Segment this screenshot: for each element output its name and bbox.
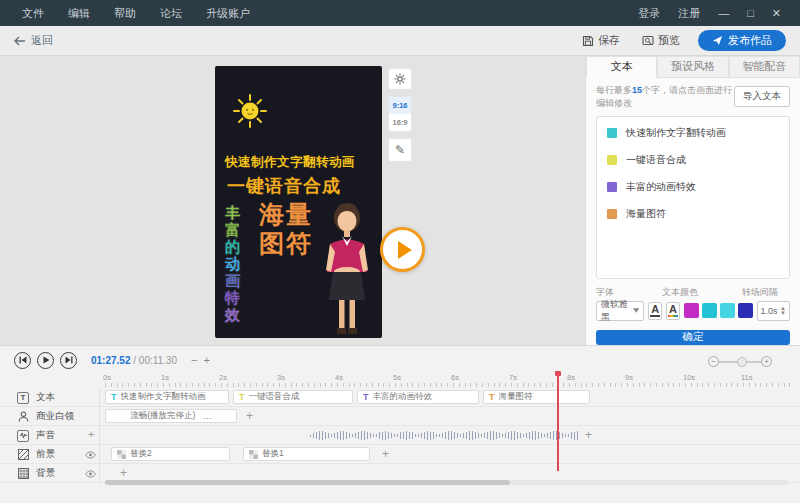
add-audio-label-button[interactable]: + [88,428,94,440]
skip-back-button[interactable] [14,352,31,369]
zoom-slider-track[interactable] [719,361,761,363]
skip-forward-button[interactable] [60,352,77,369]
ruler-tick-label: 2s [219,373,227,382]
timeline-zoom-buttons[interactable]: −+ [191,354,216,366]
visibility-eye-icon[interactable] [84,468,96,480]
skip-forward-icon [65,356,73,364]
color-swatch[interactable] [702,303,717,318]
color-swatch[interactable] [738,303,753,318]
vertical-char: 效 [225,306,243,323]
foreground-block[interactable]: 替换1 [243,447,370,461]
letter-a: A [669,304,677,314]
zoom-in-icon[interactable]: + [203,354,215,366]
publish-button[interactable]: 发布作品 [698,30,786,51]
aspect-ratio-16-9[interactable]: 16:9 [389,114,411,131]
block-label: 快速制作文字翻转动画 [121,391,206,403]
line-limit-hint: 每行最多15个字，请点击画面进行编辑修改 [596,84,734,110]
track-name: 商业白领 [36,410,74,423]
playhead[interactable] [557,374,559,471]
color-swatches [684,303,753,318]
play-button[interactable] [37,352,54,369]
timeline-text-block[interactable]: T一键语音合成 [233,390,353,404]
menu-item-论坛[interactable]: 论坛 [148,6,194,21]
text-line-item[interactable]: 一键语音合成 [607,153,779,167]
color-swatch[interactable] [720,303,735,318]
menu-item-文件[interactable]: 文件 [10,6,56,21]
close-button[interactable]: ✕ [763,7,790,20]
menu-item-帮助[interactable]: 帮助 [102,6,148,21]
scrollbar-handle[interactable] [105,480,510,485]
timeline-text-block[interactable]: T海量图符 [483,390,590,404]
color-swatch[interactable] [684,303,699,318]
font-select[interactable]: 微软雅黑 [596,301,644,321]
more-icon[interactable]: … [203,411,212,421]
track-label-audio: 声音 + [0,426,100,445]
track-row-character: 商业白领 流畅(播放完停止)…+ [0,407,800,426]
text-panel: 文本预设风格智能配音 每行最多15个字，请点击画面进行编辑修改 导入文本 快速制… [585,57,800,345]
block-color-marker: T [489,392,495,402]
aspect-ratio-9-16[interactable]: 9:16 [389,97,411,114]
horizontal-scrollbar[interactable] [105,480,788,485]
skip-back-icon [19,356,27,364]
back-button[interactable]: 返回 [14,33,53,48]
add-audio-button[interactable]: + [585,428,592,442]
timeline-ruler[interactable]: 0s1s2s3s4s5s6s7s8s9s10s11s [105,373,790,387]
track-name: 背景 [36,467,55,480]
import-text-button[interactable]: 导入文本 [734,86,790,107]
menu-item-升级账户[interactable]: 升级账户 [194,6,262,21]
text-line-item[interactable]: 丰富的动画特效 [607,180,779,194]
track-content-foreground: 替换2替换1+ [105,445,800,464]
transition-gap-stepper[interactable]: 1.0s ▲▼ [757,301,790,321]
register-link[interactable]: 注册 [669,6,709,21]
text-lines-listbox[interactable]: 快速制作文字翻转动画一键语音合成丰富的动画特效海量图符 [596,116,790,279]
text-line-item[interactable]: 海量图符 [607,207,779,221]
zoom-out-icon[interactable]: − [191,354,203,366]
add-background-button[interactable]: + [120,466,127,480]
line-text: 丰富的动画特效 [626,180,696,194]
zoom-in-circle-icon[interactable]: + [761,356,772,367]
avatar-action-block[interactable]: 流畅(播放完停止)… [105,409,237,423]
menu-item-编辑[interactable]: 编辑 [56,6,102,21]
track-row-text: T 文本 T快速制作文字翻转动画T一键语音合成T丰富的动画特效T海量图符 [0,388,800,407]
text-color-gradient-button[interactable]: A [666,302,680,320]
vertical-char: 丰 [225,204,243,221]
hint-count: 15 [632,85,642,95]
confirm-button[interactable]: 确定 [596,330,790,345]
timeline-text-block[interactable]: T丰富的动画特效 [357,390,479,404]
canvas-settings-button[interactable] [388,68,412,90]
track-name: 文本 [36,391,55,404]
tab-文本[interactable]: 文本 [586,57,657,78]
audio-waveform[interactable] [310,431,580,440]
pencil-icon: ✎ [395,143,405,157]
text-color-solid-button[interactable]: A [648,302,662,320]
track-row-audio: 声音 + + [0,426,800,445]
hint-pre: 每行最多 [596,85,632,95]
ruler-tick-label: 1s [161,373,169,382]
save-button[interactable]: 保存 [582,33,620,48]
zoom-slider-handle[interactable] [737,357,747,367]
visibility-eye-icon[interactable] [84,449,96,461]
ruler-tick-label: 0s [103,373,111,382]
play-icon [398,241,412,259]
timeline-text-block[interactable]: T快速制作文字翻转动画 [105,390,229,404]
canvas-edit-button[interactable]: ✎ [388,138,412,162]
letter-a: A [651,304,659,314]
ruler-tick-label: 7s [509,373,517,382]
maximize-button[interactable]: □ [738,7,763,19]
block-color-marker: T [239,392,245,402]
audio-icon [17,430,29,442]
line-text: 海量图符 [626,207,666,221]
zoom-out-circle-icon[interactable]: − [708,356,719,367]
preview-button[interactable]: 预览 [642,33,680,48]
stepper-arrows[interactable]: ▲▼ [780,306,789,316]
minimize-button[interactable]: — [709,7,738,19]
play-overlay-button[interactable] [380,227,425,272]
text-line-item[interactable]: 快速制作文字翻转动画 [607,126,779,140]
add-action-button[interactable]: + [246,409,253,423]
tab-智能配音[interactable]: 智能配音 [729,57,800,78]
login-link[interactable]: 登录 [629,6,669,21]
add-foreground-button[interactable]: + [382,447,389,461]
tab-预设风格[interactable]: 预设风格 [657,57,728,78]
video-preview-canvas[interactable]: 快速制作文字翻转动画 一键语音合成 丰富的动画特效 海量 图符 [215,66,382,338]
foreground-block[interactable]: 替换2 [111,447,230,461]
